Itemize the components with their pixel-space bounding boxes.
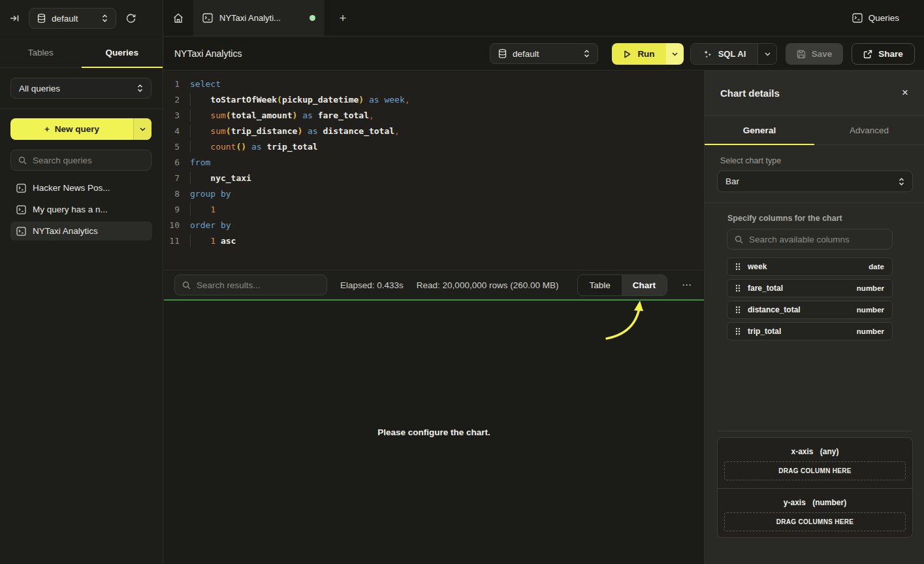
- page-title: NYTaxi Analytics: [174, 37, 242, 70]
- results-more-menu[interactable]: ⋯: [680, 279, 693, 291]
- line-number: 7: [164, 173, 180, 183]
- query-list: Hacker News Pos... My query has a n... N…: [10, 178, 152, 241]
- editor-line[interactable]: 3 sum(total_amount) as fare_total,: [164, 107, 704, 123]
- query-terminal-icon: [16, 227, 26, 236]
- editor-line[interactable]: 4 sum(trip_distance) as distance_total,: [164, 123, 704, 139]
- tab-queries[interactable]: Queries: [82, 37, 163, 67]
- column-row-fare-total[interactable]: fare_total number: [727, 279, 893, 297]
- run-options-dropdown[interactable]: [666, 43, 684, 65]
- line-number: 5: [164, 142, 180, 152]
- tab-chart-view[interactable]: Chart: [622, 275, 667, 295]
- collapse-sidebar-button[interactable]: [9, 13, 20, 24]
- query-filter-value: All queries: [19, 84, 131, 93]
- tab-nytaxi-analytics[interactable]: NYTaxi Analyti...: [193, 0, 325, 36]
- line-number: 9: [164, 205, 180, 214]
- tab-title: NYTaxi Analyti...: [219, 13, 281, 23]
- database-selector-value: default: [52, 14, 96, 24]
- query-header: NYTaxi Analytics default: [164, 37, 924, 71]
- editor-line[interactable]: 8group by: [164, 186, 704, 201]
- code-text: select: [190, 79, 221, 89]
- columns-section-label: Specify columns for the chart: [727, 214, 908, 223]
- close-icon[interactable]: ×: [902, 86, 908, 99]
- queries-terminal-icon: [852, 13, 863, 23]
- chevron-updown-icon: [102, 14, 108, 22]
- x-axis-drop-zone[interactable]: DRAG COLUMN HERE: [724, 461, 906, 480]
- search-queries-box: [10, 150, 151, 171]
- search-results-input[interactable]: [197, 280, 319, 290]
- tab-tables[interactable]: Tables: [0, 37, 82, 67]
- editor-line[interactable]: 7 nyc_taxi: [164, 170, 704, 186]
- chevron-updown-icon: [137, 84, 143, 92]
- editor-line[interactable]: 5 count() as trip_total: [164, 139, 704, 154]
- drag-handle-icon: [735, 284, 741, 292]
- x-axis-type: (any): [820, 447, 839, 456]
- sidebar-tabs: Tables Queries: [0, 37, 163, 68]
- editor-line[interactable]: 1select: [164, 76, 704, 91]
- sidebar: Tables Queries All queries + New query: [0, 37, 163, 564]
- query-list-item-selected[interactable]: NYTaxi Analytics: [10, 222, 152, 241]
- database-selector-top[interactable]: default: [29, 8, 116, 29]
- column-row-trip-total[interactable]: trip_total number: [727, 322, 893, 340]
- run-button[interactable]: Run: [612, 43, 684, 65]
- tab-general[interactable]: General: [705, 116, 814, 144]
- save-icon: [797, 50, 806, 59]
- column-name: week: [748, 262, 767, 271]
- code-text: 1: [190, 205, 215, 214]
- refresh-button[interactable]: [125, 13, 136, 24]
- column-row-distance-total[interactable]: distance_total number: [727, 301, 893, 319]
- save-button[interactable]: Save: [786, 43, 843, 65]
- new-tab-button[interactable]: +: [330, 0, 356, 36]
- panel-title: Chart details: [720, 88, 780, 99]
- editor-line[interactable]: 9 1: [164, 201, 704, 217]
- database-icon: [37, 14, 46, 23]
- code-text: sum(trip_distance) as distance_total,: [190, 126, 400, 136]
- view-toggle: Table Chart: [577, 274, 667, 296]
- column-name: fare_total: [748, 284, 783, 293]
- home-icon: [172, 12, 184, 24]
- new-query-button[interactable]: + New query: [10, 118, 151, 140]
- query-terminal-icon: [202, 13, 213, 23]
- share-button[interactable]: Share: [852, 43, 915, 65]
- editor-line[interactable]: 10order by: [164, 217, 704, 233]
- editor-line[interactable]: 11 1 asc: [164, 233, 704, 248]
- chart-type-value: Bar: [725, 176, 893, 186]
- search-icon: [182, 281, 191, 290]
- sql-ai-dropdown[interactable]: [757, 44, 776, 64]
- home-button[interactable]: [163, 0, 193, 36]
- sql-editor[interactable]: 1select2 toStartOfWeek(pickup_datetime) …: [164, 71, 704, 270]
- new-query-dropdown[interactable]: [133, 118, 151, 140]
- search-columns-input[interactable]: [749, 235, 885, 244]
- query-filter-select[interactable]: All queries: [10, 78, 151, 99]
- search-results-box: [174, 274, 327, 295]
- column-type: number: [857, 306, 884, 314]
- tab-table-view[interactable]: Table: [578, 275, 621, 295]
- code-text: nyc_taxi: [190, 173, 251, 183]
- elapsed-stat: Elapsed: 0.433s: [340, 280, 404, 290]
- query-list-item[interactable]: Hacker News Pos...: [10, 178, 152, 197]
- y-axis-drop-zone[interactable]: DRAG COLUMNS HERE: [724, 512, 906, 531]
- x-axis-label: x-axis: [791, 447, 813, 456]
- query-list-item[interactable]: My query has a n...: [10, 200, 152, 219]
- editor-line[interactable]: 6from: [164, 154, 704, 170]
- chevron-updown-icon: [899, 178, 904, 186]
- run-label: Run: [637, 49, 654, 59]
- line-number: 11: [164, 236, 180, 246]
- read-stat: Read: 20,000,000 rows (260.00 MB): [417, 280, 559, 290]
- sidebar-divider: [0, 108, 163, 109]
- drag-handle-icon: [735, 306, 741, 314]
- database-selector-main[interactable]: default: [490, 43, 598, 64]
- top-bar: default: [0, 0, 924, 37]
- chevron-down-icon: [140, 127, 146, 131]
- editor-line[interactable]: 2 toStartOfWeek(pickup_datetime) as week…: [164, 91, 704, 107]
- y-axis-label: y-axis: [784, 498, 806, 507]
- chart-type-label: Select chart type: [720, 156, 908, 165]
- chart-type-select[interactable]: Bar: [717, 171, 913, 192]
- sql-ai-button[interactable]: SQL AI: [690, 43, 777, 65]
- search-queries-input[interactable]: [33, 156, 144, 165]
- tab-advanced[interactable]: Advanced: [814, 116, 924, 144]
- column-row-week[interactable]: week date: [727, 257, 893, 276]
- queries-shortcut[interactable]: Queries: [852, 0, 899, 36]
- ellipsis-icon: ⋯: [682, 279, 692, 290]
- plus-icon: +: [44, 124, 50, 134]
- database-icon: [498, 49, 507, 58]
